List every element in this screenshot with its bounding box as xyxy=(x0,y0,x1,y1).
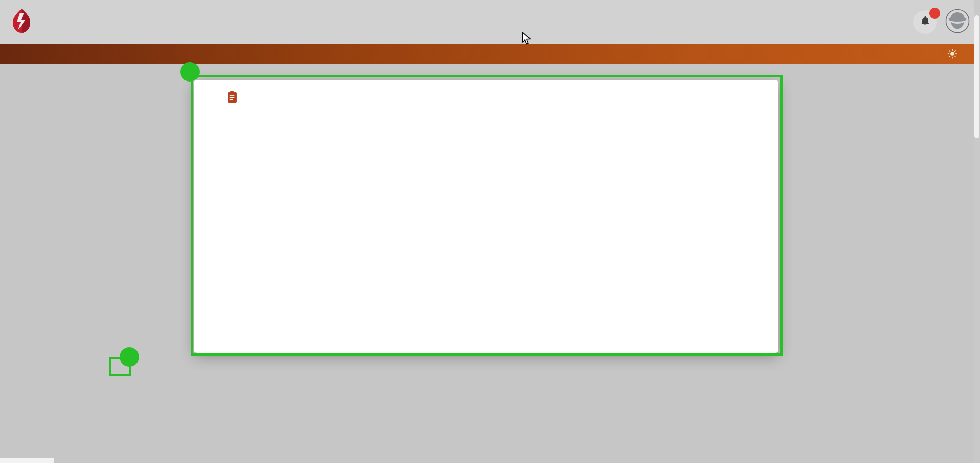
annotation-box-modal xyxy=(191,75,783,356)
notifications-button[interactable] xyxy=(913,10,937,34)
vertical-scrollbar[interactable] xyxy=(974,0,980,463)
firefighter-helmet-avatar-icon xyxy=(945,9,970,33)
logo-flame-icon xyxy=(11,9,32,35)
mouse-cursor xyxy=(521,32,533,47)
sub-nav-bar xyxy=(0,44,980,64)
annotation-step-1-badge xyxy=(120,347,139,367)
notifications-count-badge xyxy=(929,8,940,19)
horizontal-scrollbar[interactable] xyxy=(0,458,54,463)
user-avatar[interactable] xyxy=(945,9,970,35)
top-nav-bar xyxy=(0,0,980,44)
weather-strip xyxy=(914,49,980,59)
sun-icon xyxy=(947,49,957,59)
annotation-step-2-badge xyxy=(180,62,200,82)
bell-icon xyxy=(919,15,931,29)
vertical-scrollbar-thumb[interactable] xyxy=(974,15,979,138)
app-logo[interactable] xyxy=(11,9,100,35)
